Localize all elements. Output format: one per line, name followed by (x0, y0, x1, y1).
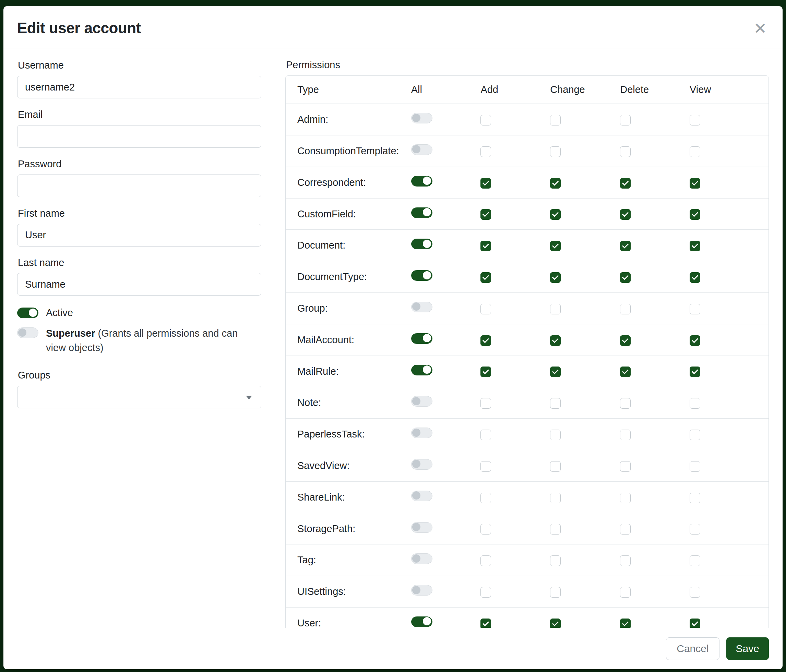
permission-all-toggle[interactable] (411, 113, 432, 123)
toggle-knob (412, 491, 420, 499)
permission-delete-checkbox[interactable] (620, 304, 630, 314)
permission-change-checkbox[interactable] (550, 366, 561, 377)
permission-view-checkbox[interactable] (690, 335, 700, 346)
permission-view-checkbox[interactable] (690, 241, 700, 251)
permission-delete-checkbox[interactable] (620, 556, 630, 566)
close-icon[interactable]: ✕ (753, 20, 767, 36)
permission-add-checkbox[interactable] (481, 587, 491, 598)
permission-all-toggle[interactable] (411, 270, 432, 281)
permissions-table: Type All Add Change Delete View Admin:Co… (286, 76, 769, 628)
permission-add-checkbox[interactable] (481, 619, 491, 628)
permission-add-checkbox[interactable] (481, 241, 491, 251)
permission-change-checkbox[interactable] (550, 587, 561, 598)
permission-delete-checkbox[interactable] (620, 461, 630, 472)
permission-add-checkbox[interactable] (481, 115, 491, 126)
permission-delete-checkbox[interactable] (620, 493, 630, 503)
permission-delete-checkbox[interactable] (620, 430, 630, 440)
permission-view-checkbox[interactable] (690, 115, 700, 126)
permission-delete-checkbox[interactable] (620, 398, 630, 409)
permission-add-checkbox[interactable] (481, 524, 491, 534)
permission-all-toggle[interactable] (411, 239, 432, 249)
permission-type-label: User: (286, 607, 409, 628)
permission-all-toggle[interactable] (411, 553, 432, 564)
permission-all-toggle[interactable] (411, 459, 432, 470)
permission-view-checkbox[interactable] (690, 430, 700, 440)
groups-select[interactable] (17, 386, 261, 408)
permission-delete-checkbox[interactable] (620, 115, 630, 126)
superuser-toggle[interactable] (17, 327, 38, 338)
permission-all-toggle[interactable] (411, 396, 432, 407)
permission-all-toggle[interactable] (411, 176, 432, 187)
permission-delete-checkbox[interactable] (620, 146, 630, 157)
permission-change-checkbox[interactable] (550, 461, 561, 472)
permission-add-checkbox[interactable] (481, 304, 491, 314)
permission-all-toggle[interactable] (411, 365, 432, 375)
permission-all-toggle[interactable] (411, 302, 432, 312)
permission-change-checkbox[interactable] (550, 335, 561, 346)
permission-add-checkbox[interactable] (481, 272, 491, 283)
permission-change-checkbox[interactable] (550, 556, 561, 566)
password-input[interactable] (17, 174, 261, 197)
permission-view-checkbox[interactable] (690, 398, 700, 409)
username-input[interactable] (17, 76, 261, 98)
save-button[interactable]: Save (726, 637, 769, 660)
permission-delete-checkbox[interactable] (620, 178, 630, 188)
permission-delete-checkbox[interactable] (620, 209, 630, 220)
permission-view-checkbox[interactable] (690, 209, 700, 220)
permission-delete-checkbox[interactable] (620, 366, 630, 377)
permission-view-checkbox[interactable] (690, 366, 700, 377)
permission-view-checkbox[interactable] (690, 272, 700, 283)
permission-view-checkbox[interactable] (690, 493, 700, 503)
permission-change-checkbox[interactable] (550, 178, 561, 188)
permission-all-toggle[interactable] (411, 144, 432, 155)
permission-add-checkbox[interactable] (481, 335, 491, 346)
permission-add-checkbox[interactable] (481, 461, 491, 472)
permission-change-checkbox[interactable] (550, 272, 561, 283)
first-name-input[interactable] (17, 224, 261, 247)
permission-add-checkbox[interactable] (481, 209, 491, 220)
permission-view-checkbox[interactable] (690, 556, 700, 566)
permission-add-checkbox[interactable] (481, 146, 491, 157)
permission-add-checkbox[interactable] (481, 430, 491, 440)
permission-all-toggle[interactable] (411, 207, 432, 218)
permission-view-checkbox[interactable] (690, 619, 700, 628)
permission-delete-checkbox[interactable] (620, 272, 630, 283)
permission-change-checkbox[interactable] (550, 430, 561, 440)
permission-delete-checkbox[interactable] (620, 619, 630, 628)
permission-change-checkbox[interactable] (550, 241, 561, 251)
permission-delete-checkbox[interactable] (620, 587, 630, 598)
permission-all-toggle[interactable] (411, 522, 432, 533)
permission-change-checkbox[interactable] (550, 304, 561, 314)
permission-change-checkbox[interactable] (550, 115, 561, 126)
toggle-knob (29, 309, 37, 317)
email-input[interactable] (17, 125, 261, 148)
permission-delete-checkbox[interactable] (620, 524, 630, 534)
permission-add-checkbox[interactable] (481, 366, 491, 377)
permission-all-toggle[interactable] (411, 491, 432, 501)
permission-add-checkbox[interactable] (481, 398, 491, 409)
permission-all-toggle[interactable] (411, 617, 432, 627)
permission-change-checkbox[interactable] (550, 209, 561, 220)
permission-change-checkbox[interactable] (550, 146, 561, 157)
permission-all-toggle[interactable] (411, 333, 432, 344)
permission-view-checkbox[interactable] (690, 304, 700, 314)
permission-change-checkbox[interactable] (550, 398, 561, 409)
permission-all-toggle[interactable] (411, 585, 432, 595)
active-toggle[interactable] (17, 308, 38, 318)
last-name-input[interactable] (17, 273, 261, 295)
permission-delete-checkbox[interactable] (620, 335, 630, 346)
permission-change-checkbox[interactable] (550, 493, 561, 503)
permission-all-toggle[interactable] (411, 427, 432, 438)
permission-view-checkbox[interactable] (690, 524, 700, 534)
permission-add-checkbox[interactable] (481, 556, 491, 566)
permission-view-checkbox[interactable] (690, 146, 700, 157)
permission-add-checkbox[interactable] (481, 178, 491, 188)
permission-view-checkbox[interactable] (690, 461, 700, 472)
permission-change-checkbox[interactable] (550, 619, 561, 628)
permission-view-checkbox[interactable] (690, 178, 700, 188)
permission-view-checkbox[interactable] (690, 587, 700, 598)
permission-change-checkbox[interactable] (550, 524, 561, 534)
permission-add-checkbox[interactable] (481, 493, 491, 503)
permission-delete-checkbox[interactable] (620, 241, 630, 251)
cancel-button[interactable]: Cancel (666, 637, 719, 660)
